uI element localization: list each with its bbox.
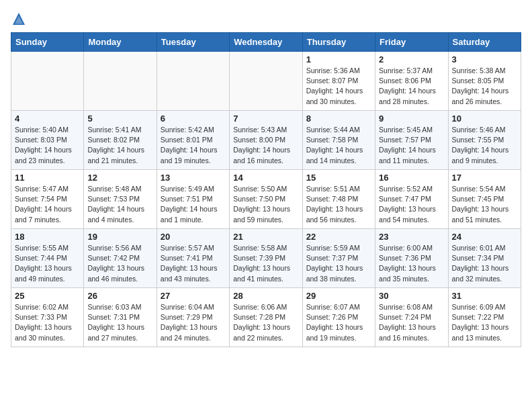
- weekday-header-saturday: Saturday: [448, 33, 521, 52]
- day-number: 27: [161, 291, 226, 301]
- day-info: Sunrise: 5:56 AM Sunset: 7:42 PM Dayligh…: [87, 243, 152, 284]
- day-number: 19: [87, 232, 152, 242]
- day-info: Sunrise: 6:03 AM Sunset: 7:31 PM Dayligh…: [87, 302, 152, 343]
- day-number: 28: [233, 291, 298, 301]
- calendar-cell: 3Sunrise: 5:38 AM Sunset: 8:05 PM Daylig…: [448, 52, 521, 111]
- day-info: Sunrise: 6:08 AM Sunset: 7:24 PM Dayligh…: [379, 302, 444, 343]
- day-info: Sunrise: 6:01 AM Sunset: 7:34 PM Dayligh…: [452, 243, 517, 284]
- day-number: 29: [306, 291, 371, 301]
- day-number: 12: [87, 173, 152, 183]
- day-info: Sunrise: 5:45 AM Sunset: 7:57 PM Dayligh…: [379, 125, 444, 166]
- day-info: Sunrise: 5:37 AM Sunset: 8:06 PM Dayligh…: [379, 66, 444, 107]
- calendar-cell: 29Sunrise: 6:07 AM Sunset: 7:26 PM Dayli…: [302, 288, 375, 347]
- weekday-header-monday: Monday: [84, 33, 157, 52]
- calendar-table: SundayMondayTuesdayWednesdayThursdayFrid…: [11, 32, 521, 347]
- day-number: 23: [379, 232, 444, 242]
- day-info: Sunrise: 5:43 AM Sunset: 8:00 PM Dayligh…: [233, 125, 298, 166]
- day-number: 5: [87, 113, 152, 124]
- day-info: Sunrise: 6:00 AM Sunset: 7:36 PM Dayligh…: [379, 243, 444, 284]
- day-number: 16: [379, 173, 444, 183]
- weekday-header-tuesday: Tuesday: [157, 33, 229, 52]
- weekday-header-thursday: Thursday: [302, 33, 375, 52]
- calendar-cell: 13Sunrise: 5:49 AM Sunset: 7:51 PM Dayli…: [157, 170, 229, 229]
- day-number: 10: [452, 113, 517, 124]
- day-number: 13: [161, 173, 226, 183]
- day-number: 31: [452, 291, 517, 301]
- calendar-cell: 15Sunrise: 5:51 AM Sunset: 7:48 PM Dayli…: [302, 170, 375, 229]
- calendar-cell: 30Sunrise: 6:08 AM Sunset: 7:24 PM Dayli…: [375, 288, 448, 347]
- calendar-cell: 24Sunrise: 6:01 AM Sunset: 7:34 PM Dayli…: [448, 229, 521, 288]
- calendar-cell: 23Sunrise: 6:00 AM Sunset: 7:36 PM Dayli…: [375, 229, 448, 288]
- calendar-week-row: 1Sunrise: 5:36 AM Sunset: 8:07 PM Daylig…: [11, 52, 521, 111]
- calendar-cell: 1Sunrise: 5:36 AM Sunset: 8:07 PM Daylig…: [302, 52, 375, 111]
- weekday-header-wednesday: Wednesday: [230, 33, 302, 52]
- day-info: Sunrise: 5:55 AM Sunset: 7:44 PM Dayligh…: [15, 243, 80, 284]
- day-number: 25: [15, 291, 80, 301]
- calendar-cell: 12Sunrise: 5:48 AM Sunset: 7:53 PM Dayli…: [84, 170, 157, 229]
- calendar-cell: 31Sunrise: 6:09 AM Sunset: 7:22 PM Dayli…: [448, 288, 521, 347]
- calendar-cell: 6Sunrise: 5:42 AM Sunset: 8:01 PM Daylig…: [157, 111, 229, 170]
- day-info: Sunrise: 5:47 AM Sunset: 7:54 PM Dayligh…: [15, 184, 80, 225]
- calendar-cell: [11, 52, 84, 111]
- calendar-week-row: 11Sunrise: 5:47 AM Sunset: 7:54 PM Dayli…: [11, 170, 521, 229]
- day-info: Sunrise: 6:07 AM Sunset: 7:26 PM Dayligh…: [306, 302, 371, 343]
- day-number: 6: [161, 113, 226, 124]
- calendar-cell: 8Sunrise: 5:44 AM Sunset: 7:58 PM Daylig…: [302, 111, 375, 170]
- day-info: Sunrise: 6:02 AM Sunset: 7:33 PM Dayligh…: [15, 302, 80, 343]
- day-number: 3: [452, 54, 517, 64]
- day-info: Sunrise: 5:52 AM Sunset: 7:47 PM Dayligh…: [379, 184, 444, 225]
- day-number: 17: [452, 173, 517, 183]
- weekday-header-sunday: Sunday: [11, 33, 84, 52]
- day-info: Sunrise: 5:59 AM Sunset: 7:37 PM Dayligh…: [306, 243, 371, 284]
- day-info: Sunrise: 5:50 AM Sunset: 7:50 PM Dayligh…: [233, 184, 298, 225]
- calendar-cell: 20Sunrise: 5:57 AM Sunset: 7:41 PM Dayli…: [157, 229, 229, 288]
- calendar-cell: 4Sunrise: 5:40 AM Sunset: 8:03 PM Daylig…: [11, 111, 84, 170]
- calendar-cell: [157, 52, 229, 111]
- day-number: 7: [233, 113, 298, 124]
- day-info: Sunrise: 5:36 AM Sunset: 8:07 PM Dayligh…: [306, 66, 371, 107]
- calendar-cell: 5Sunrise: 5:41 AM Sunset: 8:02 PM Daylig…: [84, 111, 157, 170]
- calendar-cell: 19Sunrise: 5:56 AM Sunset: 7:42 PM Dayli…: [84, 229, 157, 288]
- weekday-header-friday: Friday: [375, 33, 448, 52]
- day-number: 20: [161, 232, 226, 242]
- calendar-cell: 16Sunrise: 5:52 AM Sunset: 7:47 PM Dayli…: [375, 170, 448, 229]
- logo-icon: [11, 11, 27, 27]
- page-header: [11, 11, 521, 27]
- day-number: 15: [306, 173, 371, 183]
- calendar-cell: 26Sunrise: 6:03 AM Sunset: 7:31 PM Dayli…: [84, 288, 157, 347]
- calendar-cell: 10Sunrise: 5:46 AM Sunset: 7:55 PM Dayli…: [448, 111, 521, 170]
- day-number: 9: [379, 113, 444, 124]
- weekday-header-row: SundayMondayTuesdayWednesdayThursdayFrid…: [11, 33, 521, 52]
- day-number: 14: [233, 173, 298, 183]
- day-info: Sunrise: 5:38 AM Sunset: 8:05 PM Dayligh…: [452, 66, 517, 107]
- day-number: 26: [87, 291, 152, 301]
- day-info: Sunrise: 5:57 AM Sunset: 7:41 PM Dayligh…: [161, 243, 226, 284]
- calendar-cell: [84, 52, 157, 111]
- day-info: Sunrise: 5:51 AM Sunset: 7:48 PM Dayligh…: [306, 184, 371, 225]
- calendar-cell: [230, 52, 302, 111]
- logo: [11, 11, 30, 27]
- day-number: 1: [306, 54, 371, 64]
- calendar-cell: 21Sunrise: 5:58 AM Sunset: 7:39 PM Dayli…: [230, 229, 302, 288]
- calendar-cell: 17Sunrise: 5:54 AM Sunset: 7:45 PM Dayli…: [448, 170, 521, 229]
- calendar-cell: 7Sunrise: 5:43 AM Sunset: 8:00 PM Daylig…: [230, 111, 302, 170]
- day-number: 22: [306, 232, 371, 242]
- day-number: 30: [379, 291, 444, 301]
- calendar-cell: 14Sunrise: 5:50 AM Sunset: 7:50 PM Dayli…: [230, 170, 302, 229]
- day-info: Sunrise: 5:48 AM Sunset: 7:53 PM Dayligh…: [87, 184, 152, 225]
- day-number: 8: [306, 113, 371, 124]
- day-info: Sunrise: 5:49 AM Sunset: 7:51 PM Dayligh…: [161, 184, 226, 225]
- day-number: 18: [15, 232, 80, 242]
- calendar-week-row: 18Sunrise: 5:55 AM Sunset: 7:44 PM Dayli…: [11, 229, 521, 288]
- calendar-week-row: 4Sunrise: 5:40 AM Sunset: 8:03 PM Daylig…: [11, 111, 521, 170]
- day-info: Sunrise: 5:58 AM Sunset: 7:39 PM Dayligh…: [233, 243, 298, 284]
- calendar-week-row: 25Sunrise: 6:02 AM Sunset: 7:33 PM Dayli…: [11, 288, 521, 347]
- day-info: Sunrise: 5:44 AM Sunset: 7:58 PM Dayligh…: [306, 125, 371, 166]
- calendar-cell: 25Sunrise: 6:02 AM Sunset: 7:33 PM Dayli…: [11, 288, 84, 347]
- day-info: Sunrise: 5:46 AM Sunset: 7:55 PM Dayligh…: [452, 125, 517, 166]
- calendar-cell: 9Sunrise: 5:45 AM Sunset: 7:57 PM Daylig…: [375, 111, 448, 170]
- day-number: 11: [15, 173, 80, 183]
- day-info: Sunrise: 6:09 AM Sunset: 7:22 PM Dayligh…: [452, 302, 517, 343]
- calendar-cell: 11Sunrise: 5:47 AM Sunset: 7:54 PM Dayli…: [11, 170, 84, 229]
- calendar-cell: 22Sunrise: 5:59 AM Sunset: 7:37 PM Dayli…: [302, 229, 375, 288]
